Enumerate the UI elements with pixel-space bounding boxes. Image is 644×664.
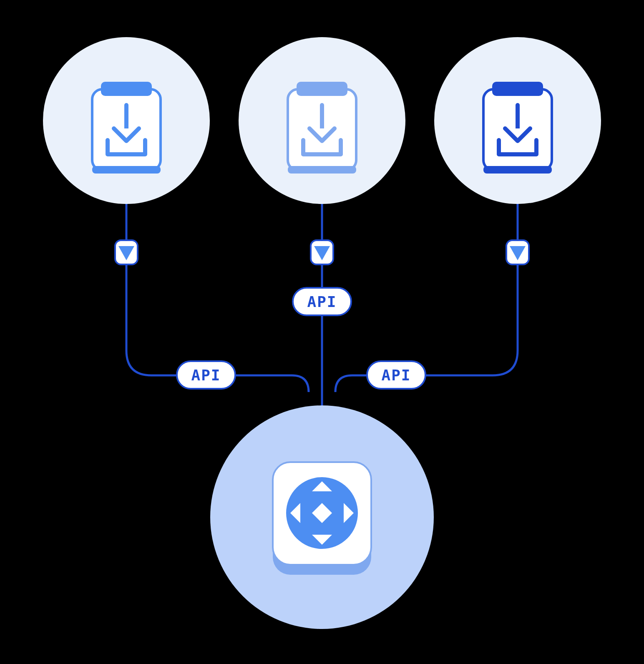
diamond-app-icon	[286, 477, 358, 549]
flow-arrow-center	[311, 240, 333, 264]
api-label-left: API	[177, 361, 235, 389]
svg-rect-21	[492, 82, 543, 96]
source-node-1	[43, 37, 210, 204]
app-tile	[273, 462, 371, 575]
api-label-text: API	[381, 367, 411, 384]
svg-rect-16	[288, 166, 356, 174]
source-node-3	[434, 37, 601, 204]
svg-rect-13	[101, 82, 152, 96]
api-label-center: API	[293, 288, 351, 315]
clipboard-download-icon	[92, 82, 161, 174]
api-label-text: API	[307, 293, 337, 310]
connector-right	[335, 196, 518, 392]
api-label-right: API	[367, 361, 425, 389]
flow-arrow-left	[115, 240, 138, 264]
api-label-text: API	[191, 367, 221, 384]
svg-rect-20	[483, 166, 552, 174]
source-node-2	[239, 37, 405, 204]
flow-arrow-right	[506, 240, 529, 264]
svg-rect-17	[297, 82, 347, 96]
api-architecture-diagram: API API API	[0, 0, 644, 664]
clipboard-download-icon	[483, 82, 552, 174]
svg-rect-12	[92, 166, 161, 174]
hub-node	[210, 405, 434, 629]
clipboard-download-icon	[288, 82, 356, 174]
